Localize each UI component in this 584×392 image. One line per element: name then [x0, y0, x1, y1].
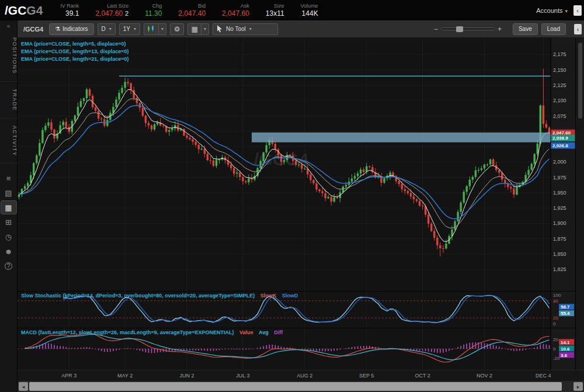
chart-symbol-input[interactable]: /GCG4 [23, 26, 43, 33]
collapse-right-panel-button[interactable]: ‹ [574, 24, 582, 34]
svg-text:2,175: 2,175 [553, 51, 566, 57]
svg-text:2,000: 2,000 [553, 159, 566, 165]
stack-icon[interactable]: ▤ [1, 186, 16, 199]
quote-stat-bid: Bid 2,047.40 [178, 3, 206, 18]
quote-stat-volume: Volume 144K [301, 3, 318, 18]
drawing-tool-dropdown[interactable]: No Tool ▾ [213, 23, 278, 35]
ema13-study-label[interactable]: EMA (price=CLOSE, length=13, displace=0) [21, 48, 128, 54]
sidebar-tab-positions[interactable]: POSITIONS [0, 30, 18, 82]
macd-diff-legend: Diff [274, 329, 283, 335]
macd-value-legend: Value [239, 329, 253, 335]
svg-text:20: 20 [553, 337, 558, 342]
save-button[interactable]: Save [513, 23, 538, 35]
users-icon[interactable]: ☻ [1, 245, 16, 258]
svg-text:1,950: 1,950 [553, 190, 566, 196]
stochastic-study-label[interactable]: Slow Stochastic (kPeriod=14, dPeriod=3, … [21, 293, 298, 299]
indicators-button[interactable]: ⚗ Indicators [49, 23, 93, 35]
svg-text:100: 100 [553, 293, 561, 298]
vertical-scroll-thumb[interactable] [578, 43, 582, 119]
symbol-contract: G4 [26, 4, 43, 17]
load-button[interactable]: Load [541, 23, 566, 35]
aggregation-value: D [102, 26, 106, 32]
slowk-legend: SlowK [260, 293, 277, 299]
chart-type-button[interactable] [144, 23, 159, 35]
vertical-scrollbar[interactable] [575, 38, 584, 370]
flask-icon: ⚗ [55, 26, 60, 32]
grid-icon[interactable]: ⊞ [1, 216, 16, 228]
svg-text:20: 20 [553, 315, 558, 321]
svg-text:10.6: 10.6 [561, 346, 570, 352]
time-label-may-2: MAY 2 [117, 373, 133, 379]
macd-label-text: MACD (fastLength=12, slowLength=26, macd… [21, 329, 234, 335]
range-dropdown[interactable]: 1Y ▾ [119, 23, 140, 35]
svg-text:55.4: 55.4 [561, 311, 570, 316]
time-label-nov-2: NOV 2 [477, 373, 492, 379]
sidebar-tab-activity[interactable]: ACTIVITY [0, 119, 18, 164]
svg-text:2,150: 2,150 [553, 67, 566, 73]
zoom-slider[interactable] [441, 27, 495, 30]
list-icon[interactable]: ≡ [1, 172, 16, 185]
zoom-out-button[interactable]: − [431, 25, 441, 33]
ema21-study-label[interactable]: EMA (price=CLOSE, length=21, displace=0) [21, 56, 128, 62]
svg-text:1,900: 1,900 [553, 220, 566, 226]
scroll-right-button[interactable]: ▸ [573, 382, 583, 391]
chart-type-caret[interactable]: ▾ [159, 23, 166, 35]
grid-layout-caret[interactable]: ▾ [201, 23, 209, 35]
aggregation-dropdown[interactable]: D ▾ [98, 23, 116, 35]
sidebar-collapse-icon[interactable]: « [7, 20, 11, 30]
time-label-aug-2: AUG 2 [297, 373, 312, 379]
quote-stat-ask: Ask 2,047.60 [222, 3, 249, 18]
symbol-title: /GCG4 [5, 4, 43, 18]
svg-text:1,850: 1,850 [553, 251, 566, 257]
chevron-down-icon: ▾ [109, 26, 112, 32]
time-label-jul-3: JUL 3 [236, 373, 249, 379]
svg-text:1,825: 1,825 [553, 266, 566, 272]
zoom-slider-thumb[interactable] [456, 26, 463, 32]
svg-text:1,975: 1,975 [553, 175, 566, 181]
clock-icon[interactable]: ◷ [1, 230, 16, 243]
quote-stat-size: Size 13x11 [266, 3, 284, 18]
horizontal-scroll-thumb[interactable] [29, 382, 562, 391]
zoom-in-button[interactable]: + [495, 25, 505, 33]
chart-toolbar: /GCG4 ⚗ Indicators D ▾ 1Y ▾ ▾ ⚙ ▦ ▾ No T… [18, 20, 584, 38]
macd-avg-legend: Avg [259, 329, 269, 335]
stochastic-label-text: Slow Stochastic (kPeriod=14, dPeriod=3, … [21, 293, 255, 299]
price-pane-chart[interactable]: /GCG41,8251,8501,8751,9001,9251,9501,975… [18, 38, 575, 291]
chart-settings-gear[interactable]: ⚙ [170, 23, 184, 35]
time-axis: APR 3MAY 2JUN 2JUL 3AUG 2SEP 5OCT 2NOV 2… [18, 370, 584, 381]
horizontal-scrollbar[interactable]: ◂ ▸ [18, 381, 584, 392]
chevron-down-icon: ▾ [249, 26, 252, 32]
svg-text:2,038.9: 2,038.9 [552, 136, 568, 141]
candles-icon [147, 25, 156, 33]
scroll-left-button[interactable]: ◂ [19, 382, 28, 391]
ema5-study-label[interactable]: EMA (price=CLOSE, length=5, displace=0) [21, 41, 126, 47]
drawing-tool-value: No Tool [226, 26, 246, 32]
time-label-oct-2: OCT 2 [415, 373, 430, 379]
time-label-apr-3: APR 3 [61, 373, 77, 379]
collapse-header-panel-button[interactable]: ‹ [573, 5, 582, 16]
symbol-root[interactable]: /GC [5, 4, 26, 17]
svg-text:0: 0 [553, 321, 556, 327]
quote-header: /GCG4 IV Rank 39.1Last Size 2,047.602Chg… [0, 0, 584, 20]
time-label-sep-5: SEP 5 [359, 373, 374, 379]
svg-text:2,100: 2,100 [553, 98, 566, 103]
grid-layout-button[interactable]: ▦ [187, 23, 201, 35]
sidebar-tab-trade[interactable]: TRADE [0, 82, 18, 119]
svg-text:3.6: 3.6 [561, 353, 568, 358]
svg-text:2,075: 2,075 [553, 113, 566, 119]
slowd-legend: SlowD [282, 293, 298, 299]
svg-text:58.7: 58.7 [561, 304, 570, 310]
left-sidebar: « POSITIONSTRADEACTIVITY ≡▤▦⊞◷☻? [0, 20, 18, 392]
accounts-label: Accounts [536, 7, 562, 14]
accounts-dropdown[interactable]: Accounts▾ [536, 7, 568, 14]
chevron-down-icon: ▾ [565, 8, 568, 14]
svg-text:0: 0 [553, 346, 556, 352]
help-icon[interactable]: ? [1, 259, 16, 272]
svg-text:1,925: 1,925 [553, 205, 566, 211]
cursor-icon [217, 25, 223, 33]
active-chart-icon[interactable]: ▦ [1, 201, 16, 214]
svg-text:80: 80 [553, 299, 558, 304]
quote-stat-iv-rank: IV Rank 39.1 [60, 3, 79, 18]
macd-study-label[interactable]: MACD (fastLength=12, slowLength=26, macd… [21, 329, 283, 335]
chevron-down-icon: ▾ [134, 26, 136, 32]
